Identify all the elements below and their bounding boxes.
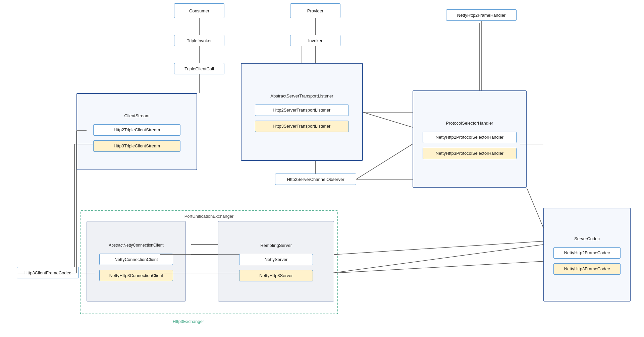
abstract-netty-connection-client-label: AbstractNettyConnectionClient [109,243,163,248]
server-codec-container: ServerCodec NettyHttp2FrameCodec NettyHt… [543,208,631,301]
netty-http2-protocol-selector-handler-label: NettyHttp2ProtocolSelectorHandler [436,135,503,140]
triple-invoker-node: TripleInvoker [174,35,224,46]
netty-http3-frame-codec-label: NettyHttp3FrameCodec [564,266,610,271]
netty-server-label: NettyServer [265,257,288,262]
remoting-server-container: RemotingServer NettyServer NettyHttp3Ser… [218,221,334,301]
protocol-selector-handler-label: ProtocolSelectorHandler [446,121,493,126]
netty-http3-server-label: NettyHttp3Server [259,273,293,278]
http2-triple-client-stream-label: Http2TripleClientStream [114,127,160,132]
netty-http2-frame-codec-label: NettyHttp2FrameCodec [564,250,610,255]
netty-http3-connection-client-label: NettyHttp3ConnectionClient [109,273,163,278]
netty-http2-protocol-selector-handler-node: NettyHttp2ProtocolSelectorHandler [423,132,517,143]
http2-triple-client-stream-node: Http2TripleClientStream [93,124,180,136]
http3-exchanger-label: Http3Exchanger [173,319,204,324]
http3-triple-client-stream-node: Http3TripleClientStream [93,140,180,152]
remoting-server-label: RemotingServer [260,243,292,248]
provider-node: Provider [290,3,340,18]
http3-triple-client-stream-label: Http3TripleClientStream [114,143,160,148]
http3-server-transport-listener-label: Http3ServerTransportListener [273,124,331,129]
protocol-selector-handler-container: ProtocolSelectorHandler NettyHttp2Protoc… [413,90,527,188]
client-stream-container: ClientStream Http2TripleClientStream Htt… [76,93,197,170]
netty-connection-client-label: NettyConnectionClient [114,257,158,262]
netty-connection-client-node: NettyConnectionClient [99,254,173,265]
netty-http3-protocol-selector-handler-node: NettyHttp3ProtocolSelectorHandler [423,148,517,159]
netty-http3-protocol-selector-handler-label: NettyHttp3ProtocolSelectorHandler [436,151,503,156]
netty-http3-server-node: NettyHttp3Server [239,270,313,281]
triple-client-call-label: TripleClientCall [184,66,214,71]
diagram: Consumer TripleInvoker TripleClientCall … [0,0,644,337]
triple-client-call-node: TripleClientCall [174,63,224,74]
http3-client-frame-codec-label: Http3ClientFrameCodec [24,270,71,275]
http3-client-frame-codec-node: Http3ClientFrameCodec [17,267,79,278]
server-codec-label: ServerCodec [574,236,600,241]
http3-server-transport-listener-node: Http3ServerTransportListener [255,121,349,132]
netty-server-node: NettyServer [239,254,313,265]
http2-server-channel-observer-label: Http2ServerChannelObserver [287,177,344,182]
invoker-label: Invoker [308,38,323,43]
port-unification-exchanger-label: PortUnificationExchanger [184,214,234,219]
http2-server-channel-observer-node: Http2ServerChannelObserver [275,174,356,185]
http2-server-transport-listener-node: Http2ServerTransportListener [255,105,349,116]
triple-invoker-label: TripleInvoker [187,38,212,43]
abstract-netty-connection-client-container: AbstractNettyConnectionClient NettyConne… [87,221,186,301]
netty-http3-connection-client-node: NettyHttp3ConnectionClient [99,270,173,281]
svg-line-14 [332,245,543,273]
netty-http2-frame-handler-node: NettyHttp2FrameHandler [446,9,517,21]
invoker-node: Invoker [290,35,340,46]
netty-http2-frame-codec-node: NettyHttp2FrameCodec [553,247,621,259]
provider-label: Provider [307,8,323,13]
abstract-server-transport-listener-container: AbstractServerTransportListener Http2Ser… [241,63,363,161]
consumer-node: Consumer [174,3,224,18]
abstract-server-transport-listener-label: AbstractServerTransportListener [270,93,333,98]
netty-http2-frame-handler-label: NettyHttp2FrameHandler [457,13,506,18]
consumer-label: Consumer [189,8,209,13]
http2-server-transport-listener-label: Http2ServerTransportListener [273,108,331,113]
netty-http3-frame-codec-node: NettyHttp3FrameCodec [553,263,621,275]
client-stream-label: ClientStream [124,113,149,118]
